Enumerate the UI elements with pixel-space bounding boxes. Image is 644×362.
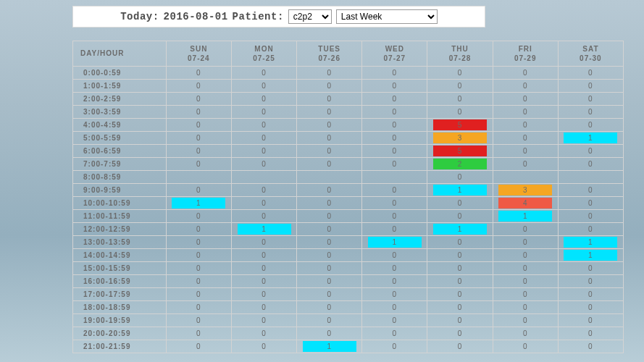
data-cell: 0: [493, 157, 558, 170]
data-cell: 0: [166, 209, 231, 222]
data-cell: 0: [362, 248, 427, 261]
day-header: WED07-27: [362, 41, 427, 66]
data-cell: 0: [493, 131, 558, 144]
data-cell: 1: [558, 235, 623, 248]
day-header: MON07-25: [231, 41, 296, 66]
day-date: 07-25: [232, 54, 296, 63]
day-name: WED: [362, 44, 427, 54]
data-cell: 0: [166, 144, 231, 157]
day-date: 07-24: [167, 54, 231, 63]
data-cell: 0: [166, 118, 231, 131]
data-cell: 0: [493, 118, 558, 131]
hour-label: 17:00-17:59: [73, 287, 166, 300]
table-row: 15:00-15:590000000: [73, 261, 624, 274]
day-date: 07-27: [362, 54, 427, 63]
patient-select[interactable]: c2p2: [288, 9, 332, 24]
data-cell: 0: [558, 92, 623, 105]
data-cell: 0: [297, 105, 362, 118]
data-cell: 0: [166, 222, 231, 235]
data-cell: 0: [427, 274, 493, 287]
table-row: 8:00-8:590: [73, 170, 624, 183]
table-row: 11:00-11:590000010: [73, 209, 624, 222]
data-cell: 0: [166, 183, 231, 196]
data-cell: 0: [231, 157, 296, 170]
highlight-cell: 1: [303, 341, 356, 352]
hour-label: 3:00-3:59: [73, 105, 166, 118]
data-cell: 0: [166, 274, 231, 287]
data-cell: 0: [427, 66, 493, 79]
data-cell: 1: [493, 209, 558, 222]
data-cell: 1: [362, 235, 427, 248]
highlight-cell: 1: [564, 132, 617, 143]
day-name: SUN: [167, 44, 231, 54]
highlight-cell: 1: [368, 237, 422, 248]
data-cell: 0: [427, 79, 493, 92]
highlight-cell: 1: [172, 198, 225, 209]
day-date: 07-29: [493, 54, 558, 63]
data-cell: 0: [297, 300, 362, 313]
data-cell: 0: [493, 144, 558, 157]
data-cell: 0: [231, 144, 296, 157]
data-cell: 0: [166, 79, 231, 92]
data-cell: [231, 170, 296, 183]
data-cell: [558, 170, 623, 183]
hour-label: 2:00-2:59: [73, 92, 166, 105]
data-cell: 1: [427, 183, 493, 196]
data-cell: 0: [297, 79, 362, 92]
table-row: 12:00-12:590100100: [73, 222, 624, 235]
data-cell: 0: [493, 248, 558, 261]
data-cell: [493, 170, 558, 183]
data-cell: 0: [427, 248, 493, 261]
data-cell: 0: [297, 144, 362, 157]
data-cell: 0: [362, 274, 427, 287]
data-cell: 0: [558, 118, 623, 131]
patient-label: Patient:: [233, 11, 284, 22]
table-row: 13:00-13:590001001: [73, 235, 624, 248]
hour-label: 6:00-6:59: [73, 144, 166, 157]
data-cell: 0: [231, 105, 296, 118]
data-cell: 0: [493, 235, 558, 248]
data-cell: 0: [427, 235, 493, 248]
data-cell: 0: [297, 209, 362, 222]
data-cell: 5: [427, 118, 493, 131]
data-cell: 0: [231, 235, 296, 248]
data-cell: 0: [493, 327, 558, 340]
data-cell: 1: [558, 131, 623, 144]
data-cell: 0: [231, 300, 296, 313]
data-cell: 0: [558, 157, 623, 170]
day-header: SUN07-24: [166, 41, 231, 66]
data-cell: 0: [493, 340, 558, 353]
table-row: 4:00-4:590000500: [73, 118, 624, 131]
data-cell: 0: [297, 131, 362, 144]
day-date: 07-30: [559, 54, 623, 63]
highlight-cell: 3: [498, 185, 552, 195]
data-cell: 0: [427, 340, 493, 353]
highlight-cell: 5: [433, 146, 487, 156]
table-row: 10:00-10:591000040: [73, 196, 624, 209]
data-cell: 0: [493, 313, 558, 327]
data-cell: 0: [427, 170, 493, 183]
data-cell: 0: [231, 313, 296, 327]
day-header: FRI07-29: [493, 41, 558, 66]
hour-header: DAY/HOUR: [73, 41, 166, 66]
table-row: 21:00-21:590010000: [73, 340, 624, 353]
data-cell: 0: [297, 157, 362, 170]
data-cell: 0: [558, 66, 623, 79]
data-cell: 1: [427, 222, 493, 235]
table-row: 20:00-20:590000000: [73, 327, 624, 340]
data-cell: 5: [427, 144, 493, 157]
data-cell: 0: [231, 209, 296, 222]
data-cell: 3: [493, 183, 558, 196]
table-row: 2:00-2:590000000: [73, 92, 624, 105]
hour-label: 9:00-9:59: [73, 183, 166, 196]
data-cell: 0: [362, 313, 427, 327]
day-name: FRI: [493, 44, 558, 54]
data-cell: 0: [362, 66, 427, 79]
data-cell: 0: [362, 222, 427, 235]
data-cell: [297, 170, 362, 183]
hour-label: 12:00-12:59: [73, 222, 166, 235]
range-select[interactable]: Last Week: [336, 9, 438, 24]
day-header: TUES07-26: [297, 41, 362, 66]
data-cell: 0: [231, 118, 296, 131]
data-cell: 1: [297, 340, 362, 353]
